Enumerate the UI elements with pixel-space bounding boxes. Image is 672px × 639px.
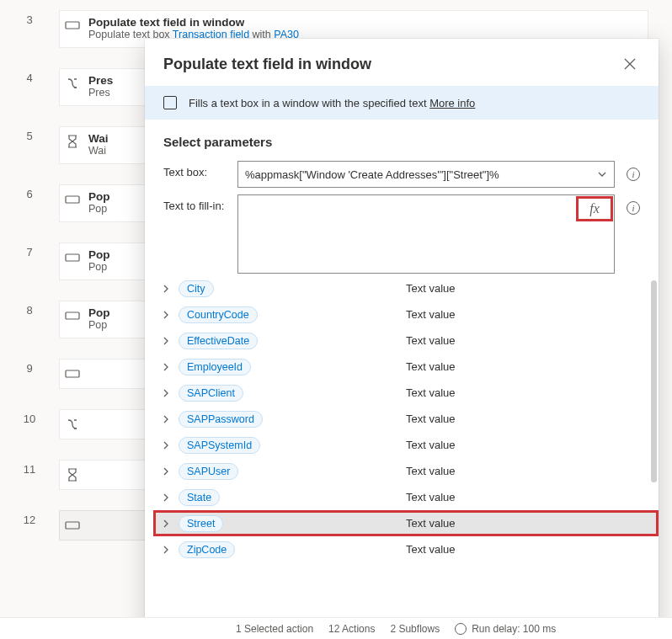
textbox-label: Text box: <box>163 161 226 178</box>
info-banner: Fills a text box in a window with the sp… <box>145 86 659 120</box>
step-number: 7 <box>0 242 59 258</box>
svg-rect-3 <box>66 312 79 319</box>
variable-type: Text value <box>406 491 456 503</box>
step-title: Populate text field in window <box>88 16 639 29</box>
variable-type: Text value <box>406 386 456 399</box>
textbox-dropdown[interactable]: %appmask["Window 'Create Addresses'"]["S… <box>237 161 615 188</box>
chevron-down-icon <box>597 169 607 179</box>
variable-row-sappassword[interactable]: SAPPasswordText value <box>153 406 659 432</box>
variable-pill[interactable]: EffectiveDate <box>179 333 258 349</box>
close-icon[interactable] <box>620 54 640 74</box>
chevron-right-icon <box>162 311 173 319</box>
textbox-icon <box>65 250 80 265</box>
chevron-right-icon <box>162 285 173 293</box>
variable-list: CityText valueCountryCodeText valueEffec… <box>145 275 659 638</box>
variable-pill[interactable]: State <box>179 489 220 506</box>
variable-type: Text value <box>406 282 456 295</box>
textbox-icon <box>65 366 80 381</box>
more-info-link[interactable]: More info <box>429 97 475 109</box>
step-number: 6 <box>0 184 59 200</box>
variable-row-zipcode[interactable]: ZipCodeText value <box>153 536 659 562</box>
step-number: 10 <box>0 409 59 425</box>
variable-row-sapsystemid[interactable]: SAPSystemIdText value <box>153 432 659 458</box>
svg-rect-4 <box>66 370 79 377</box>
wait-icon <box>65 134 80 149</box>
step-number: 11 <box>0 460 59 476</box>
textbox-icon <box>65 518 80 533</box>
variable-row-state[interactable]: StateText value <box>153 484 659 510</box>
variable-type: Text value <box>406 543 456 556</box>
variable-row-sapclient[interactable]: SAPClientText value <box>153 380 659 406</box>
textbox-icon <box>65 308 80 323</box>
variable-type: Text value <box>406 465 456 477</box>
variable-pill[interactable]: EmployeeId <box>179 359 251 375</box>
variable-pill[interactable]: City <box>179 280 214 297</box>
step-number: 4 <box>0 68 59 84</box>
fill-label: Text to fill-in: <box>163 194 226 212</box>
keypress-icon <box>65 76 80 91</box>
variable-type: Text value <box>406 517 456 530</box>
variable-type: Text value <box>406 360 456 373</box>
section-title: Select parameters <box>145 131 659 161</box>
variable-type: Text value <box>406 334 456 347</box>
chevron-right-icon <box>162 546 173 554</box>
variable-pill[interactable]: SAPClient <box>179 385 243 402</box>
fx-icon: fx <box>589 201 600 216</box>
chevron-right-icon <box>162 389 173 397</box>
variable-pill[interactable]: Street <box>179 515 223 532</box>
variable-row-employeeid[interactable]: EmployeeIdText value <box>153 354 659 380</box>
chevron-right-icon <box>162 363 173 371</box>
chevron-right-icon <box>162 467 173 476</box>
keypress-icon <box>65 417 80 432</box>
step-number: 5 <box>0 126 59 142</box>
status-actions: 12 Actions <box>328 623 375 635</box>
variable-type: Text value <box>406 439 456 451</box>
textbox-value: %appmask["Window 'Create Addresses'"]["S… <box>245 168 499 181</box>
variable-row-countrycode[interactable]: CountryCodeText value <box>153 301 659 327</box>
variable-type: Text value <box>406 308 456 321</box>
variable-pill[interactable]: SAPUser <box>179 463 238 480</box>
svg-rect-1 <box>66 196 79 203</box>
variable-row-city[interactable]: CityText value <box>153 275 659 301</box>
chevron-right-icon <box>162 415 173 423</box>
variable-row-sapuser[interactable]: SAPUserText value <box>153 458 659 484</box>
variable-pill[interactable]: ZipCode <box>179 541 235 558</box>
step-number: 8 <box>0 301 59 317</box>
variable-pill[interactable]: SAPSystemId <box>179 437 260 454</box>
info-icon[interactable]: i <box>627 168 640 181</box>
chevron-right-icon <box>162 519 173 528</box>
variable-row-effectivedate[interactable]: EffectiveDateText value <box>153 327 659 354</box>
variable-pill[interactable]: CountryCode <box>179 306 258 323</box>
step-number: 9 <box>0 359 59 375</box>
chevron-right-icon <box>162 441 173 450</box>
text-to-fill-input[interactable] <box>238 195 614 273</box>
svg-rect-5 <box>66 522 79 529</box>
textbox-icon <box>65 192 80 207</box>
status-selected: 1 Selected action <box>236 623 313 635</box>
dialog-title: Populate text field in window <box>163 56 371 73</box>
clock-icon <box>455 623 467 635</box>
populate-text-field-dialog: Populate text field in window Fills a te… <box>145 39 659 638</box>
variable-type: Text value <box>406 413 456 425</box>
info-icon[interactable]: i <box>627 201 640 215</box>
svg-rect-0 <box>66 22 79 29</box>
step-number: 3 <box>0 10 59 26</box>
fx-button[interactable]: fx <box>577 197 612 221</box>
text-to-fill-field: fx <box>237 194 615 274</box>
textbox-icon <box>163 96 177 109</box>
step-number: 12 <box>0 510 59 526</box>
chevron-right-icon <box>162 493 173 502</box>
variable-pill[interactable]: SAPPassword <box>179 411 263 428</box>
svg-rect-2 <box>66 254 79 261</box>
banner-text: Fills a text box in a window with the sp… <box>189 97 429 109</box>
scrollbar[interactable] <box>651 280 657 482</box>
textbox-icon <box>65 18 80 33</box>
chevron-right-icon <box>162 337 173 345</box>
variable-row-street[interactable]: StreetText value <box>153 510 659 536</box>
wait-icon <box>65 467 80 482</box>
status-delay: Run delay: 100 ms <box>472 623 556 635</box>
status-subflows: 2 Subflows <box>390 623 440 635</box>
status-bar: 1 Selected action 12 Actions 2 Subflows … <box>0 617 672 639</box>
